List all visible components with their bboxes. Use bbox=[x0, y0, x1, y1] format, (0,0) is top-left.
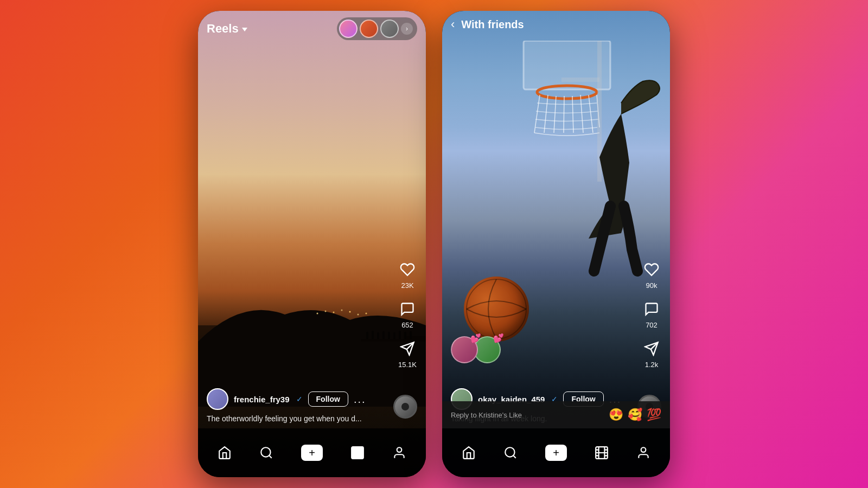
home-icon-2 bbox=[461, 445, 476, 460]
svg-line-37 bbox=[564, 96, 564, 133]
heart-icon-2 bbox=[642, 260, 661, 279]
follow-button[interactable]: Follow bbox=[308, 391, 348, 407]
nav-reels[interactable] bbox=[350, 445, 365, 460]
reaction-emoji-1[interactable]: 😍 bbox=[609, 408, 623, 422]
chevron-right-icon: › bbox=[406, 25, 408, 33]
like-button[interactable]: 23K bbox=[398, 260, 417, 290]
phone2-action-buttons: 90k 702 1.2k bbox=[642, 260, 661, 369]
heart-reaction-2: 💕 bbox=[493, 333, 504, 343]
share-button-2[interactable]: 1.2k bbox=[642, 339, 661, 369]
nav-search[interactable] bbox=[259, 445, 274, 460]
svg-point-7 bbox=[366, 313, 367, 314]
svg-point-1 bbox=[317, 313, 318, 314]
reaction-bar[interactable]: Reply to Kristine's Like 😍 🥰 💯 bbox=[442, 401, 670, 428]
svg-point-2 bbox=[325, 311, 327, 312]
comment-count-2: 702 bbox=[646, 321, 658, 329]
story-bubble-1[interactable] bbox=[339, 20, 358, 38]
reels-dropdown-icon bbox=[242, 28, 247, 31]
svg-rect-14 bbox=[388, 332, 390, 339]
svg-point-4 bbox=[341, 310, 343, 311]
home-icon bbox=[217, 445, 232, 460]
share-count: 15.1K bbox=[398, 361, 417, 369]
svg-point-31 bbox=[397, 447, 402, 452]
phones-container: Reels › 23K bbox=[198, 11, 670, 477]
svg-point-6 bbox=[358, 314, 359, 316]
add-icon-2: + bbox=[545, 445, 567, 461]
like-count-2: 90k bbox=[646, 281, 658, 290]
nav-add-2[interactable]: + bbox=[545, 445, 567, 461]
stories-bubbles[interactable]: › bbox=[337, 17, 417, 40]
story-bubble-3[interactable] bbox=[380, 20, 399, 38]
nav-search-2[interactable] bbox=[503, 445, 518, 460]
nav-reels-2[interactable] bbox=[594, 445, 609, 460]
svg-point-21 bbox=[261, 447, 271, 457]
comment-icon bbox=[398, 299, 417, 319]
svg-line-48 bbox=[513, 455, 516, 458]
music-disc-inner bbox=[401, 403, 409, 410]
reels-title-group[interactable]: Reels bbox=[207, 22, 247, 36]
svg-rect-12 bbox=[377, 332, 379, 339]
phone-reels: Reels › 23K bbox=[198, 11, 426, 477]
svg-rect-13 bbox=[382, 331, 385, 339]
user-avatar[interactable] bbox=[207, 388, 228, 410]
svg-point-47 bbox=[506, 447, 515, 457]
story-bubble-2[interactable] bbox=[360, 20, 378, 38]
svg-rect-11 bbox=[372, 331, 374, 339]
share-icon bbox=[398, 339, 417, 358]
svg-line-36 bbox=[554, 96, 556, 133]
reaction-emoji-3[interactable]: 💯 bbox=[647, 408, 661, 422]
caption-text: The otherworldly feeling you get when yo… bbox=[207, 414, 388, 423]
story-more-button[interactable]: › bbox=[401, 23, 413, 35]
profile-nav-icon-2 bbox=[636, 445, 651, 460]
svg-point-44 bbox=[467, 279, 526, 339]
phone1-user-info: frenchie_fry39 ✓ Follow ... The otherwor… bbox=[207, 388, 388, 423]
comment-count: 652 bbox=[401, 321, 413, 329]
nav-home[interactable] bbox=[217, 445, 232, 460]
reaction-emoji-2[interactable]: 🥰 bbox=[628, 408, 642, 422]
landscape-silhouette bbox=[198, 244, 426, 407]
nav-add[interactable]: + bbox=[301, 445, 323, 461]
share-count-2: 1.2k bbox=[645, 361, 659, 369]
comment-button-2[interactable]: 702 bbox=[642, 299, 661, 329]
nav-profile-2[interactable] bbox=[636, 445, 651, 460]
back-button[interactable]: ‹ bbox=[451, 17, 455, 31]
heart-icon bbox=[398, 260, 417, 279]
add-icon: + bbox=[301, 445, 323, 461]
phone2-bottom-nav: + bbox=[442, 428, 670, 477]
like-count: 23K bbox=[401, 281, 413, 290]
nav-profile[interactable] bbox=[392, 445, 407, 460]
search-icon bbox=[259, 445, 274, 460]
friend-avatar-1[interactable]: 💕 bbox=[451, 336, 478, 363]
svg-point-5 bbox=[349, 311, 351, 313]
nav-home-2[interactable] bbox=[461, 445, 476, 460]
verified-icon: ✓ bbox=[296, 395, 303, 403]
username[interactable]: frenchie_fry39 bbox=[234, 395, 290, 404]
friend-activity: 💕 💕 bbox=[451, 336, 496, 363]
profile-nav-icon bbox=[392, 445, 407, 460]
reaction-label: Reply to Kristine's Like bbox=[451, 411, 604, 419]
comment-icon-2 bbox=[642, 299, 661, 319]
like-button-2[interactable]: 90k bbox=[642, 260, 661, 290]
phone1-bottom-nav: + bbox=[198, 428, 426, 477]
heart-reaction-1: 💕 bbox=[470, 333, 481, 343]
reaction-emojis: 😍 🥰 💯 bbox=[609, 408, 661, 422]
svg-rect-15 bbox=[393, 332, 395, 339]
search-icon-2 bbox=[503, 445, 518, 460]
more-options-icon[interactable]: ... bbox=[354, 393, 366, 406]
phone2-header: ‹ With friends bbox=[442, 11, 670, 38]
svg-line-35 bbox=[544, 95, 548, 133]
basketball-ball bbox=[464, 277, 529, 342]
reels-title-text: Reels bbox=[207, 22, 239, 36]
phone1-header: Reels › bbox=[198, 11, 426, 47]
user-row: frenchie_fry39 ✓ Follow ... bbox=[207, 388, 388, 410]
svg-point-3 bbox=[333, 312, 335, 313]
phone-friends: ‹ With friends 90k 702 1.2k bbox=[442, 11, 670, 477]
phone1-action-buttons: 23K 652 15.1K bbox=[398, 260, 417, 369]
share-button[interactable]: 15.1K bbox=[398, 339, 417, 369]
svg-line-22 bbox=[269, 455, 272, 458]
comment-button[interactable]: 652 bbox=[398, 299, 417, 329]
reels-nav-icon-2 bbox=[594, 445, 609, 460]
with-friends-title: With friends bbox=[461, 18, 524, 31]
music-disc[interactable] bbox=[393, 395, 417, 419]
svg-line-34 bbox=[534, 95, 540, 133]
